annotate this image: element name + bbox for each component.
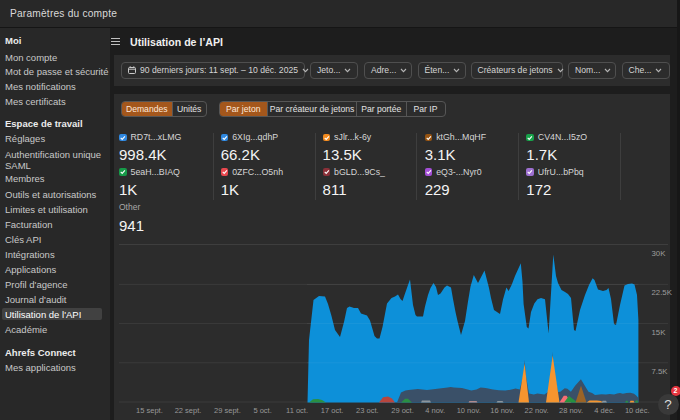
svg-text:30K: 30K [652, 249, 667, 258]
svg-text:17 oct.: 17 oct. [321, 406, 344, 415]
svg-text:11 oct.: 11 oct. [286, 406, 308, 415]
svg-text:28 nov.: 28 nov. [559, 406, 583, 415]
svg-text:22 nov.: 22 nov. [525, 406, 549, 415]
svg-text:16 nov.: 16 nov. [490, 406, 514, 415]
svg-text:22.5K: 22.5K [652, 288, 673, 297]
svg-text:22 sept.: 22 sept. [175, 406, 202, 415]
svg-text:7.5K: 7.5K [652, 367, 669, 376]
svg-text:10 nov.: 10 nov. [457, 406, 481, 415]
svg-text:10 déc.: 10 déc. [625, 406, 650, 415]
svg-text:29 sept.: 29 sept. [214, 406, 241, 415]
svg-text:29 oct.: 29 oct. [391, 406, 414, 415]
svg-text:15K: 15K [652, 328, 667, 337]
svg-text:5 oct.: 5 oct. [253, 406, 271, 415]
svg-text:23 oct.: 23 oct. [356, 406, 379, 415]
svg-text:4 nov.: 4 nov. [425, 406, 445, 415]
svg-text:4 déc.: 4 déc. [594, 406, 614, 415]
svg-text:15 sept.: 15 sept. [136, 406, 163, 415]
